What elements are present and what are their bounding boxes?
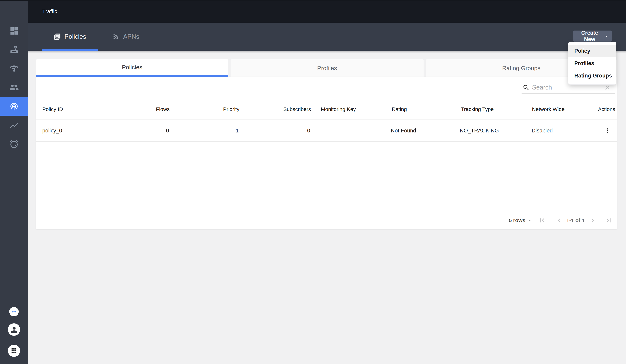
subtab-profiles[interactable]: Profiles <box>231 59 424 77</box>
col-rating: Rating <box>392 106 407 112</box>
col-policy-id: Policy ID <box>42 106 63 112</box>
search-icon <box>523 84 530 91</box>
tab-apns-label: APNs <box>123 33 139 40</box>
sidebar-account-button[interactable] <box>8 323 20 336</box>
more-vert-icon <box>604 127 611 134</box>
arrow-drop-down-icon <box>527 218 533 223</box>
page-range-label: 1-1 of 1 <box>566 217 585 223</box>
pagination: 5 rows 1-1 of 1 <box>36 213 617 228</box>
cell-priority: 1 <box>236 128 238 134</box>
dashboard-icon <box>9 26 19 36</box>
cell-network-wide: Disabled <box>532 128 553 134</box>
sidebar-item-alarms[interactable] <box>0 135 28 153</box>
last-page-icon <box>605 216 613 224</box>
col-subscribers: Subscribers <box>283 106 311 112</box>
menu-item-policy[interactable]: Policy <box>568 45 616 57</box>
sidebar-item-equipment[interactable] <box>0 40 28 59</box>
top-strip <box>0 0 626 1</box>
cell-flows: 0 <box>166 128 169 134</box>
create-new-menu: Policy Profiles Rating Groups <box>568 42 616 85</box>
policy-link[interactable]: policy_0 <box>42 128 62 134</box>
rss-feed-icon <box>112 33 120 40</box>
chevron-down-icon <box>604 33 609 39</box>
sidebar-item-metrics[interactable] <box>0 116 28 135</box>
create-new-label: Create New <box>576 30 604 42</box>
sidebar-item-network[interactable] <box>0 59 28 78</box>
router-icon <box>9 45 19 54</box>
last-page-button[interactable] <box>605 216 613 224</box>
tab-policies[interactable]: Policies <box>42 23 98 51</box>
tab-apns[interactable]: APNs <box>98 23 154 51</box>
previous-page-button[interactable] <box>555 216 563 224</box>
topbar: Traffic <box>28 0 626 23</box>
subtab-policies-label: Policies <box>122 64 142 71</box>
col-tracking-type: Tracking Type <box>461 106 494 112</box>
wifi-tethering-icon <box>9 101 19 111</box>
rows-per-page-label[interactable]: 5 rows <box>509 217 525 223</box>
first-page-button[interactable] <box>538 216 546 224</box>
apps-grid-icon <box>10 347 18 354</box>
page-title: Traffic <box>42 8 57 14</box>
subtab-rating-groups-label: Rating Groups <box>502 65 540 71</box>
table-row: policy_0 0 1 0 Not Found NO_TRACKING Dis… <box>36 120 617 141</box>
main-tabbar: Policies APNs Create New <box>28 23 626 51</box>
table-header-row: Policy ID Flows Priority Subscribers Mon… <box>36 99 617 120</box>
chevron-right-icon <box>589 216 597 224</box>
sidebar-api-docs-button[interactable] <box>9 307 19 316</box>
library-books-icon <box>54 33 61 40</box>
app-root: Traffic Policies APNs Create New Policie… <box>0 0 626 364</box>
row-actions-button[interactable] <box>603 126 612 136</box>
subtab-profiles-label: Profiles <box>317 65 337 71</box>
cell-tracking-type: NO_TRACKING <box>460 128 499 134</box>
clear-search-icon[interactable] <box>604 84 611 91</box>
cell-subscribers: 0 <box>307 128 310 134</box>
appbar-shadow <box>28 51 626 53</box>
people-icon <box>9 83 19 92</box>
sidebar-item-dashboard[interactable] <box>0 22 28 40</box>
col-priority: Priority <box>223 106 239 112</box>
col-monitoring-key: Monitoring Key <box>321 106 356 112</box>
menu-item-profiles[interactable]: Profiles <box>568 57 616 69</box>
sidebar <box>0 0 28 364</box>
rows-per-page-caret[interactable] <box>527 218 533 223</box>
create-new-button[interactable]: Create New <box>573 31 612 41</box>
alarm-icon <box>9 139 19 149</box>
cell-rating: Not Found <box>391 128 416 134</box>
sidebar-item-subscribers[interactable] <box>0 78 28 97</box>
person-icon <box>9 325 19 334</box>
sidebar-item-traffic[interactable] <box>0 97 28 116</box>
next-page-button[interactable] <box>589 216 597 224</box>
col-actions: Actions <box>598 106 615 112</box>
code-icon <box>11 308 17 315</box>
first-page-icon <box>538 216 546 224</box>
menu-item-rating-groups[interactable]: Rating Groups <box>568 69 616 82</box>
tab-policies-label: Policies <box>64 33 86 40</box>
show-chart-icon <box>9 121 19 130</box>
network-check-icon <box>9 64 19 73</box>
col-flows: Flows <box>156 106 170 112</box>
chevron-left-icon <box>555 216 563 224</box>
policies-card: Policy ID Flows Priority Subscribers Mon… <box>36 77 617 229</box>
col-network-wide: Network Wide <box>532 106 565 112</box>
subtab-policies[interactable]: Policies <box>36 59 228 77</box>
sidebar-apps-button[interactable] <box>8 345 20 357</box>
active-tab-indicator <box>42 49 98 51</box>
